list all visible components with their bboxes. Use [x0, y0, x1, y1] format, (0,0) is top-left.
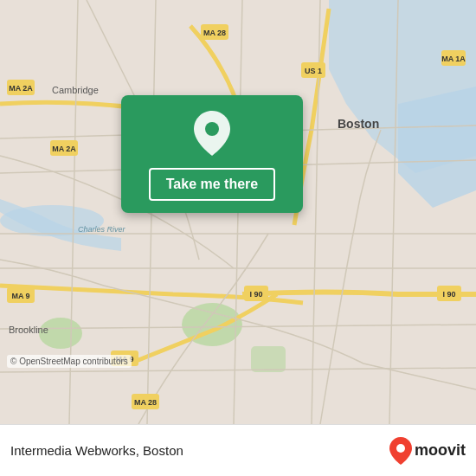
svg-text:MA 28: MA 28 — [203, 29, 226, 37]
svg-point-40 — [205, 122, 219, 136]
svg-text:Charles River: Charles River — [78, 225, 126, 234]
map-attribution: © OpenStreetMap contributors — [7, 355, 132, 368]
location-title: Intermedia Webworks, Boston — [10, 443, 381, 458]
svg-text:Brookline: Brookline — [9, 325, 48, 335]
svg-text:US 1: US 1 — [305, 67, 322, 75]
svg-text:MA 2A: MA 2A — [52, 145, 76, 153]
map-container: Cambridge MA 2A MA 28 US 1 MA 1A MA 2A B… — [0, 0, 476, 424]
take-me-there-button[interactable]: Take me there — [149, 168, 275, 201]
moovit-logo: moovit — [389, 437, 466, 465]
bottom-bar: Intermedia Webworks, Boston moovit — [0, 424, 476, 476]
svg-point-41 — [396, 444, 405, 453]
pin-icon-container — [194, 111, 230, 159]
svg-rect-4 — [251, 346, 286, 372]
svg-text:I 90: I 90 — [442, 290, 455, 299]
svg-text:MA 28: MA 28 — [134, 398, 157, 407]
location-pin-icon — [194, 111, 230, 156]
location-card: Take me there — [121, 95, 303, 213]
svg-text:MA 9: MA 9 — [11, 292, 29, 300]
svg-text:MA 2A: MA 2A — [9, 84, 33, 93]
moovit-brand-text: moovit — [415, 441, 466, 460]
svg-text:I 90: I 90 — [249, 290, 262, 299]
svg-text:Cambridge: Cambridge — [52, 85, 99, 95]
moovit-pin-icon — [389, 437, 412, 465]
svg-text:MA 1A: MA 1A — [441, 55, 466, 63]
svg-text:Boston: Boston — [338, 117, 379, 131]
